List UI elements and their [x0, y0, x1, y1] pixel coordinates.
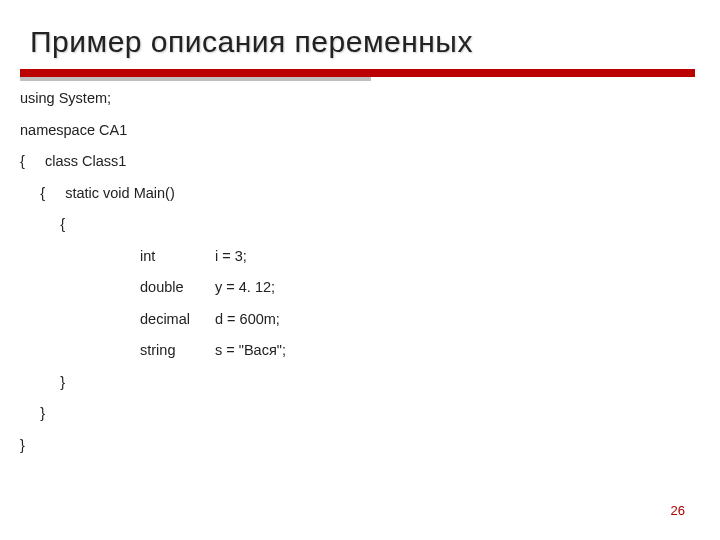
code-block: using System; namespace CA1 { class Clas… [0, 77, 720, 452]
page-number: 26 [671, 503, 685, 518]
code-line: inti = 3; [20, 249, 700, 264]
code-line: } [20, 406, 700, 421]
code-line: doubley = 4. 12; [20, 280, 700, 295]
code-line: } [20, 375, 700, 390]
title-underline [20, 69, 695, 77]
code-line: { static void Main() [20, 186, 700, 201]
code-line: using System; [20, 91, 700, 106]
code-line: { class Class1 [20, 154, 700, 169]
code-line: decimald = 600m; [20, 312, 700, 327]
code-line: strings = "Вася"; [20, 343, 700, 358]
code-line: } [20, 438, 700, 453]
slide-title: Пример описания переменных [0, 0, 720, 69]
code-line: { [20, 217, 700, 232]
code-line: namespace CA1 [20, 123, 700, 138]
